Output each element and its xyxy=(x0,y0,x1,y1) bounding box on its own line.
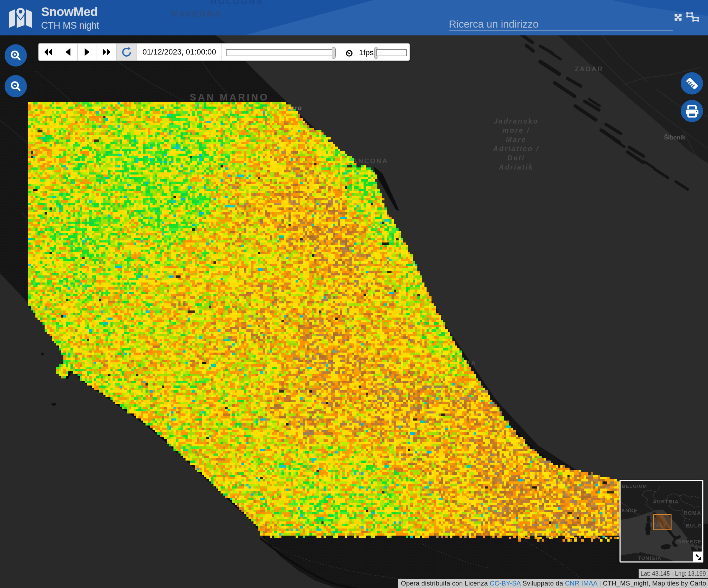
svg-text:ROMA: ROMA xyxy=(684,510,701,516)
svg-text:AUSTRIA: AUSTRIA xyxy=(653,499,679,504)
svg-text:BELGIUM: BELGIUM xyxy=(622,484,647,489)
svg-text:TUNISIA: TUNISIA xyxy=(638,555,662,561)
svg-text:GREECE: GREECE xyxy=(677,539,702,544)
svg-text:ANCE: ANCE xyxy=(621,508,638,513)
svg-text:BULGA: BULGA xyxy=(686,523,702,529)
